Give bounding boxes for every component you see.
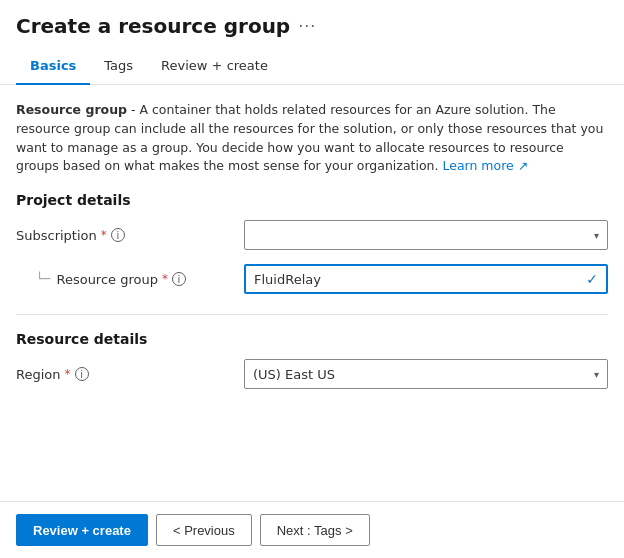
external-link-icon: ↗ — [518, 158, 528, 173]
next-button[interactable]: Next : Tags > — [260, 514, 370, 546]
page-header: Create a resource group ··· — [0, 0, 624, 48]
region-field-row: Region * i (US) East US ▾ — [16, 359, 608, 389]
subscription-required: * — [101, 228, 107, 242]
region-info-icon[interactable]: i — [75, 367, 89, 381]
region-required: * — [65, 367, 71, 381]
resource-group-info-icon[interactable]: i — [172, 272, 186, 286]
page-title: Create a resource group — [16, 14, 290, 38]
resource-group-check-icon: ✓ — [586, 271, 598, 287]
resource-group-value: FluidRelay — [254, 272, 321, 287]
section-divider — [16, 314, 608, 315]
tab-tags[interactable]: Tags — [90, 48, 147, 85]
tabs-bar: Basics Tags Review + create — [0, 48, 624, 85]
subscription-input-col: ▾ — [244, 220, 608, 250]
resource-details-section: Resource details Region * i (US) East US… — [16, 331, 608, 389]
subscription-field-row: Subscription * i ▾ — [16, 220, 608, 250]
region-dropdown[interactable]: (US) East US ▾ — [244, 359, 608, 389]
region-value: (US) East US — [253, 367, 335, 382]
review-create-button[interactable]: Review + create — [16, 514, 148, 546]
previous-button[interactable]: < Previous — [156, 514, 252, 546]
resource-group-required: * — [162, 272, 168, 286]
region-input-col: (US) East US ▾ — [244, 359, 608, 389]
resource-group-field-row: └─ Resource group * i FluidRelay ✓ — [16, 264, 608, 294]
subscription-info-icon[interactable]: i — [111, 228, 125, 242]
main-content: Resource group - A container that holds … — [0, 85, 624, 501]
tab-basics[interactable]: Basics — [16, 48, 90, 85]
footer: Review + create < Previous Next : Tags > — [0, 501, 624, 558]
region-label-col: Region * i — [16, 367, 236, 382]
more-options-icon[interactable]: ··· — [298, 17, 316, 36]
resource-group-input-wrapper: FluidRelay ✓ — [244, 264, 608, 294]
resource-group-label-col: └─ Resource group * i — [16, 272, 236, 287]
learn-more-link[interactable]: Learn more ↗ — [442, 158, 528, 173]
region-label: Region — [16, 367, 61, 382]
subscription-dropdown-arrow: ▾ — [594, 230, 599, 241]
description-bold: Resource group — [16, 102, 127, 117]
resource-details-title: Resource details — [16, 331, 608, 347]
resource-group-label: Resource group — [56, 272, 158, 287]
subscription-label: Subscription — [16, 228, 97, 243]
description-block: Resource group - A container that holds … — [16, 101, 608, 176]
resource-group-input-col: FluidRelay ✓ — [244, 264, 608, 294]
tab-review-create[interactable]: Review + create — [147, 48, 282, 85]
region-dropdown-arrow: ▾ — [594, 369, 599, 380]
subscription-dropdown[interactable]: ▾ — [244, 220, 608, 250]
project-details-title: Project details — [16, 192, 608, 208]
tree-connector: └─ — [36, 272, 50, 286]
project-details-section: Project details Subscription * i ▾ └─ Re… — [16, 192, 608, 294]
subscription-label-col: Subscription * i — [16, 228, 236, 243]
